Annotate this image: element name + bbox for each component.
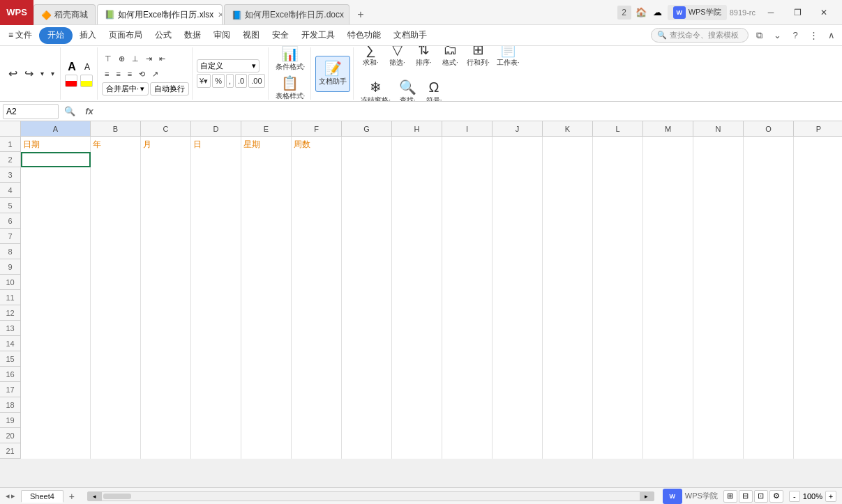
- menu-start[interactable]: 开始: [39, 27, 73, 44]
- col-header-o[interactable]: O: [744, 121, 794, 137]
- cell-o20[interactable]: [744, 428, 794, 443]
- cell-p13[interactable]: [794, 321, 842, 336]
- cell-d2[interactable]: [191, 152, 241, 167]
- cell-i9[interactable]: [442, 259, 493, 275]
- col-header-k[interactable]: K: [543, 121, 593, 137]
- cell-d20[interactable]: [191, 428, 241, 443]
- menu-security[interactable]: 安全: [266, 27, 294, 44]
- cell-o15[interactable]: [744, 351, 794, 367]
- cell-j13[interactable]: [493, 321, 543, 336]
- cell-h9[interactable]: [392, 259, 442, 275]
- cell-m11[interactable]: [643, 290, 693, 305]
- cell-n16[interactable]: [693, 367, 744, 382]
- cell-i7[interactable]: [442, 229, 493, 244]
- cell-h6[interactable]: [392, 213, 442, 229]
- version-btn[interactable]: 2: [617, 6, 631, 20]
- cell-f2[interactable]: [292, 152, 342, 167]
- worksheet-button[interactable]: 📄 工作表·: [494, 46, 523, 73]
- cell-d7[interactable]: [191, 229, 241, 244]
- row-col-button[interactable]: ⊞ 行和列·: [464, 46, 493, 73]
- cell-c9[interactable]: [141, 259, 191, 275]
- cell-j15[interactable]: [493, 351, 543, 367]
- cell-b9[interactable]: [91, 259, 141, 275]
- cell-n3[interactable]: [693, 167, 744, 183]
- increase-decimal-button[interactable]: .0: [235, 74, 247, 88]
- cell-d11[interactable]: [191, 290, 241, 305]
- cell-f19[interactable]: [292, 413, 342, 428]
- undo-button[interactable]: ↩: [6, 67, 20, 81]
- angle-text-button[interactable]: ↗: [149, 67, 161, 81]
- col-header-b[interactable]: B: [91, 121, 141, 137]
- cell-e13[interactable]: [241, 321, 292, 336]
- cell-l13[interactable]: [593, 321, 643, 336]
- cell-j18[interactable]: [493, 397, 543, 413]
- cell-b3[interactable]: [91, 167, 141, 183]
- cell-e9[interactable]: [241, 259, 292, 275]
- cell-i2[interactable]: [442, 152, 493, 167]
- font-a-small[interactable]: A: [80, 61, 94, 73]
- cell-h7[interactable]: [392, 229, 442, 244]
- cell-i10[interactable]: [442, 275, 493, 290]
- menu-data[interactable]: 数据: [179, 27, 206, 44]
- cell-l14[interactable]: [593, 336, 643, 351]
- cell-p6[interactable]: [794, 213, 842, 229]
- col-header-e[interactable]: E: [241, 121, 292, 137]
- col-header-i[interactable]: I: [442, 121, 493, 137]
- cell-p4[interactable]: [794, 183, 842, 198]
- cell-m7[interactable]: [643, 229, 693, 244]
- cell-n11[interactable]: [693, 290, 744, 305]
- scroll-left-arrow[interactable]: ◂: [88, 492, 102, 501]
- cell-k19[interactable]: [543, 413, 593, 428]
- cell-b11[interactable]: [91, 290, 141, 305]
- cell-k6[interactable]: [543, 213, 593, 229]
- cell-j8[interactable]: [493, 244, 543, 259]
- cell-j4[interactable]: [493, 183, 543, 198]
- cell-e15[interactable]: [241, 351, 292, 367]
- cell-g17[interactable]: [342, 382, 392, 397]
- cell-a15[interactable]: [21, 351, 91, 367]
- filter-button[interactable]: ▽ 筛选·: [384, 46, 409, 73]
- cell-k12[interactable]: [543, 305, 593, 321]
- horizontal-scrollbar[interactable]: ◂ ▸: [87, 491, 654, 501]
- cell-d19[interactable]: [191, 413, 241, 428]
- cell-c21[interactable]: [141, 443, 191, 459]
- col-header-f[interactable]: F: [292, 121, 342, 137]
- new-tab-button[interactable]: +: [351, 5, 370, 24]
- cell-a7[interactable]: [21, 229, 91, 244]
- help-icon[interactable]: ?: [788, 28, 803, 43]
- cell-e6[interactable]: [241, 213, 292, 229]
- cell-c13[interactable]: [141, 321, 191, 336]
- cell-n12[interactable]: [693, 305, 744, 321]
- cell-g9[interactable]: [342, 259, 392, 275]
- cell-i8[interactable]: [442, 244, 493, 259]
- cell-a12[interactable]: [21, 305, 91, 321]
- doc-assistant-button[interactable]: 📝 文档助手: [315, 56, 350, 92]
- cell-f7[interactable]: [292, 229, 342, 244]
- menu-dev-tools[interactable]: 开发工具: [296, 27, 340, 44]
- cell-c12[interactable]: [141, 305, 191, 321]
- col-header-d[interactable]: D: [191, 121, 241, 137]
- cell-f10[interactable]: [292, 275, 342, 290]
- cell-e12[interactable]: [241, 305, 292, 321]
- cell-j20[interactable]: [493, 428, 543, 443]
- cell-g10[interactable]: [342, 275, 392, 290]
- cell-k4[interactable]: [543, 183, 593, 198]
- cell-g8[interactable]: [342, 244, 392, 259]
- cell-d1[interactable]: 日: [191, 137, 241, 152]
- cell-o11[interactable]: [744, 290, 794, 305]
- cell-m13[interactable]: [643, 321, 693, 336]
- cell-p8[interactable]: [794, 244, 842, 259]
- tab-close-xlsx[interactable]: ✕: [218, 10, 223, 20]
- cell-h10[interactable]: [392, 275, 442, 290]
- col-header-a[interactable]: A: [21, 121, 91, 137]
- minimize-button[interactable]: ─: [758, 3, 783, 22]
- expand-icon[interactable]: ⧉: [751, 28, 767, 43]
- menu-file[interactable]: ≡ 文件: [3, 27, 38, 44]
- cell-b13[interactable]: [91, 321, 141, 336]
- zoom-in-button[interactable]: +: [825, 491, 836, 502]
- cell-n9[interactable]: [693, 259, 744, 275]
- collapse-icon[interactable]: ⌄: [769, 28, 785, 43]
- sort-button[interactable]: ⇅ 排序·: [411, 46, 436, 73]
- cell-i17[interactable]: [442, 382, 493, 397]
- cell-j2[interactable]: [493, 152, 543, 167]
